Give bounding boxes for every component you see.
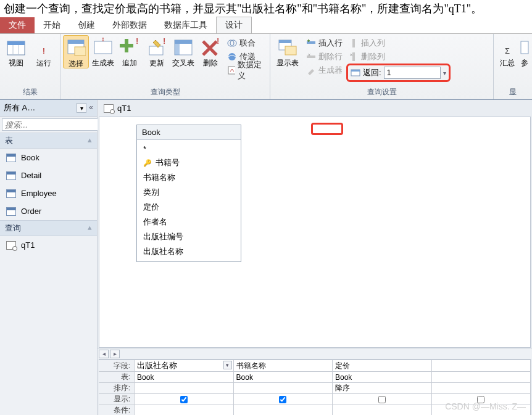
query-icon (104, 104, 114, 113)
svg-rect-11 (120, 44, 133, 47)
deleterow-button[interactable]: 删除行 (304, 50, 345, 64)
nav-category-tables[interactable]: 表▴ (0, 133, 97, 149)
insertcol-button[interactable]: 插入列 (346, 36, 451, 50)
query-icon (6, 241, 16, 250)
table-icon (6, 154, 16, 162)
datadef-button[interactable]: 数据定义 (225, 64, 267, 77)
delete-query-button[interactable]: ! 删除 (197, 35, 223, 67)
insertcol-label: 插入列 (361, 38, 385, 49)
scroll-left-icon[interactable]: ◂ (99, 350, 109, 358)
tab-start[interactable]: 开始 (35, 17, 69, 33)
nav-table-book[interactable]: Book (0, 149, 97, 166)
query-tab[interactable]: qT1 (98, 100, 532, 117)
show-checkbox[interactable] (279, 396, 286, 403)
group-qtype-label: 查询类型 (63, 86, 267, 98)
field-row[interactable]: 作者名 (142, 215, 236, 229)
nav-table-label: Book (21, 153, 39, 162)
view-button[interactable]: 视图 (2, 35, 30, 67)
tab-design[interactable]: 设计 (216, 17, 252, 33)
grid-cell-field[interactable]: 书籍名称 (233, 360, 332, 372)
svg-rect-6 (68, 40, 84, 44)
nav-category-queries[interactable]: 查询▴ (0, 220, 97, 236)
query-design-surface: qT1 Book * 🔑书籍号 书籍名称 类别 定价 作者名 出版社编号 出版社… (98, 100, 532, 415)
watermark: CSDN @—Miss. Z— (445, 401, 526, 411)
grid-row-show-label: 显示: (99, 394, 135, 405)
update-button[interactable]: ! 更新 (144, 35, 170, 67)
grid-cell-field[interactable]: 定价 (333, 360, 431, 372)
delete-query-label: 删除 (203, 59, 218, 67)
nav-header[interactable]: 所有 A… ▾ « (0, 100, 97, 117)
nav-table-employee[interactable]: Employee (0, 184, 97, 202)
svg-rect-28 (352, 39, 355, 47)
nav-dropdown-icon[interactable]: ▾ (77, 103, 86, 113)
grid-cell-sort[interactable] (431, 383, 531, 394)
dropdown-icon[interactable]: ▾ (223, 361, 232, 369)
table-diagram-area[interactable]: Book * 🔑书籍号 书籍名称 类别 定价 作者名 出版社编号 出版社名称 (99, 117, 531, 348)
tab-dbtools[interactable]: 数据库工具 (156, 17, 216, 33)
append-button[interactable]: ! 追加 (117, 35, 143, 67)
grid-cell-table[interactable]: Book (233, 372, 332, 383)
field-row[interactable]: 定价 (142, 200, 236, 215)
showtable-button[interactable]: 显示表 (273, 35, 302, 67)
grid-cell-field[interactable]: 出版社名称▾ (135, 360, 233, 372)
crosstab-button[interactable]: 交叉表 (171, 35, 197, 67)
field-row[interactable]: * (142, 142, 236, 155)
grid-cell-criteria[interactable] (333, 405, 431, 416)
svg-rect-25 (285, 46, 296, 55)
datadef-label: 数据定义 (238, 59, 265, 81)
nav-cat-queries-label: 查询 (5, 223, 21, 234)
grid-cell-table[interactable] (431, 372, 531, 383)
grid-cell-show[interactable] (233, 394, 332, 405)
field-row[interactable]: 🔑书籍号 (142, 155, 236, 170)
table-icon (6, 207, 16, 216)
tab-file[interactable]: 文件 (0, 17, 35, 33)
grid-cell-sort[interactable] (135, 383, 233, 394)
grid-cell-show[interactable] (135, 394, 233, 405)
field-row[interactable]: 出版社编号 (142, 229, 236, 244)
grid-cell-show[interactable] (333, 394, 431, 405)
deletecol-button[interactable]: 删除列 (346, 50, 451, 64)
maketable-button[interactable]: ! 生成表 (90, 35, 116, 67)
nav-table-detail[interactable]: Detail (0, 166, 97, 184)
table-icon (6, 189, 16, 198)
return-dropdown-icon[interactable]: ▾ (443, 70, 446, 76)
nav-collapse-icon[interactable]: « (89, 103, 93, 113)
chevron-up-icon: ▴ (88, 135, 92, 146)
horizontal-scrollbar[interactable]: ◂ ▸ (98, 348, 532, 359)
builder-button[interactable]: 生成器 (304, 64, 345, 77)
tab-create[interactable]: 创建 (69, 17, 104, 33)
show-checkbox[interactable] (180, 396, 188, 403)
nav-query-qt1[interactable]: qT1 (0, 236, 97, 254)
field-row[interactable]: 书籍名称 (142, 170, 236, 185)
nav-table-order[interactable]: Order (0, 202, 97, 220)
grid-cell-criteria[interactable] (233, 405, 332, 416)
field-row[interactable]: 类别 (142, 185, 236, 200)
svg-rect-7 (75, 47, 86, 55)
deletecol-label: 删除列 (361, 51, 385, 62)
run-button[interactable]: ! 运行 (31, 35, 58, 67)
return-input[interactable] (384, 67, 441, 79)
search-input[interactable] (2, 118, 112, 131)
grid-cell-sort[interactable]: 降序 (333, 383, 431, 394)
grid-cell-table[interactable]: Book (135, 372, 233, 383)
scroll-right-icon[interactable]: ▸ (110, 350, 120, 358)
grid-cell-sort[interactable] (233, 383, 332, 394)
tab-external[interactable]: 外部数据 (104, 17, 156, 33)
ribbon: 视图 ! 运行 结果 选择 ! 生成表 ! 追加 ! (0, 33, 532, 100)
svg-rect-22 (228, 67, 235, 74)
key-icon: 🔑 (143, 159, 152, 167)
table-card-book[interactable]: Book * 🔑书籍号 书籍名称 类别 定价 作者名 出版社编号 出版社名称 (136, 125, 241, 262)
return-box: 返回: ▾ (346, 64, 451, 82)
field-row[interactable]: 出版社名称 (142, 244, 236, 259)
totals-button[interactable]: Σ 汇总 (496, 35, 518, 67)
nav-table-label: Detail (21, 171, 41, 180)
grid-cell-field[interactable] (431, 360, 531, 372)
select-query-button[interactable]: 选择 (63, 35, 89, 68)
insertrow-button[interactable]: 插入行 (304, 36, 345, 50)
grid-cell-criteria[interactable] (135, 405, 233, 416)
grid-row-table-label: 表: (99, 372, 135, 383)
grid-cell-table[interactable]: Book (333, 372, 431, 383)
params-button[interactable]: 参 (520, 35, 530, 67)
show-checkbox[interactable] (378, 396, 386, 403)
union-button[interactable]: 联合 (225, 36, 267, 50)
